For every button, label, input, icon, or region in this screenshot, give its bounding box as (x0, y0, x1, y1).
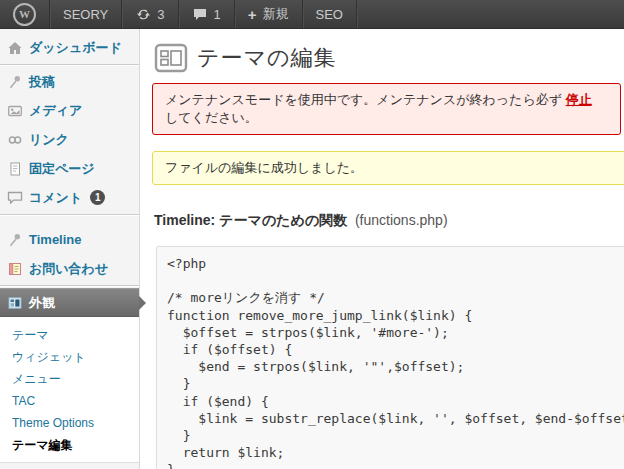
sidebar-item-label: Timeline (29, 232, 82, 247)
submenu-item-tac[interactable]: TAC (0, 390, 139, 412)
submenu-item-widgets[interactable]: ウィジェット (0, 346, 139, 368)
sidebar-item-label: 投稿 (29, 73, 55, 91)
theme-code-editor[interactable]: <?php /* moreリンクを消す */ function remove_m… (156, 246, 624, 469)
sidebar-item-appearance[interactable]: 外観 (0, 288, 139, 317)
admin-sidebar-menu: ダッシュボード 投稿 メディア リンク (0, 29, 140, 469)
document-page-icon (7, 161, 23, 177)
sidebar-item-label: ダッシュボード (29, 39, 122, 57)
sidebar-item-label: 外観 (29, 294, 55, 312)
menu-separator (0, 64, 139, 65)
plus-icon: + (248, 7, 257, 22)
file-saved-message: ファイルの編集に成功しました。 (165, 160, 363, 175)
comments-count-badge: 1 (90, 190, 105, 205)
submenu-item-theme-options[interactable]: Theme Options (0, 412, 139, 434)
sidebar-item-plugins[interactable]: プラグイン (0, 463, 139, 469)
sidebar-item-media[interactable]: メディア (0, 96, 139, 125)
wordpress-logo-menu[interactable]: W (0, 0, 50, 28)
admin-bar-spacer (357, 0, 624, 28)
file-saved-notice: ファイルの編集に成功しました。 (152, 151, 624, 185)
updates-count: 3 (157, 7, 164, 22)
wordpress-logo-icon: W (13, 3, 36, 26)
menu-separator (0, 214, 139, 215)
new-content-label: 新規 (263, 5, 289, 23)
sidebar-item-comments[interactable]: コメント 1 (0, 183, 139, 212)
sidebar-item-links[interactable]: リンク (0, 125, 139, 154)
seo-menu[interactable]: SEO (303, 0, 357, 28)
sidebar-item-label: リンク (29, 131, 69, 149)
selected-menu-arrow (139, 296, 146, 310)
maintenance-mode-notice: メンテナンスモードを使用中です。メンテナンスが終わったら必ず 停止 してください… (152, 83, 621, 135)
submenu-item-theme-editor[interactable]: テーマ編集 (0, 434, 139, 456)
appearance-icon (7, 295, 23, 311)
seo-menu-label: SEO (316, 7, 343, 22)
comment-bubble-icon (192, 6, 208, 22)
menu-separator (0, 285, 139, 286)
comments-menu[interactable]: 1 (179, 0, 235, 28)
chain-link-icon (7, 132, 23, 148)
admin-bar-comments-count: 1 (214, 7, 221, 22)
media-icon (7, 103, 23, 119)
page-header: テーマの編集 (154, 41, 624, 75)
sidebar-item-posts[interactable]: 投稿 (0, 67, 139, 96)
sidebar-item-label: コメント (29, 189, 82, 207)
stop-maintenance-link[interactable]: 停止 (566, 92, 592, 107)
submenu-item-menus[interactable]: メニュー (0, 368, 139, 390)
appearance-screen-icon (154, 41, 188, 75)
submenu-item-themes[interactable]: テーマ (0, 324, 139, 346)
editing-file-heading: Timeline: テーマのための関数 (functions.php) (154, 212, 624, 230)
sidebar-item-dashboard[interactable]: ダッシュボード (0, 33, 139, 62)
home-icon (7, 40, 23, 56)
refresh-updates-icon (135, 6, 151, 22)
pushpin-icon (7, 74, 23, 90)
sidebar-item-timeline[interactable]: Timeline (0, 225, 139, 254)
admin-bar: W SEORY 3 1 + 新規 (0, 0, 624, 29)
theme-editor-page: テーマの編集 メンテナンスモードを使用中です。メンテナンスが終わったら必ず 停止… (140, 29, 624, 469)
page-title: テーマの編集 (197, 43, 337, 73)
site-name-label: SEORY (63, 7, 108, 22)
sidebar-item-pages[interactable]: 固定ページ (0, 154, 139, 183)
comment-bubble-icon (7, 190, 23, 206)
theme-file-name: (functions.php) (355, 212, 448, 228)
theme-file-title: Timeline: テーマのための関数 (154, 212, 347, 228)
pushpin-icon (7, 232, 23, 248)
new-content-menu[interactable]: + 新規 (235, 0, 303, 28)
sidebar-item-label: 固定ページ (29, 160, 95, 178)
menu-gap (0, 217, 139, 225)
site-name-menu[interactable]: SEORY (50, 0, 122, 28)
sidebar-item-contact[interactable]: お問い合わせ (0, 254, 139, 283)
updates-menu[interactable]: 3 (122, 0, 178, 28)
maintenance-notice-text: メンテナンスモードを使用中です。メンテナンスが終わったら必ず (165, 92, 566, 107)
appearance-submenu: テーマ ウィジェット メニュー TAC Theme Options テーマ編集 (0, 317, 139, 463)
sidebar-item-label: お問い合わせ (29, 260, 108, 278)
sidebar-item-label: メディア (29, 102, 82, 120)
wordpress-admin-screen: W SEORY 3 1 + 新規 (0, 0, 624, 469)
contact-form-icon (7, 261, 23, 277)
maintenance-notice-text-after: してください。 (165, 110, 258, 125)
